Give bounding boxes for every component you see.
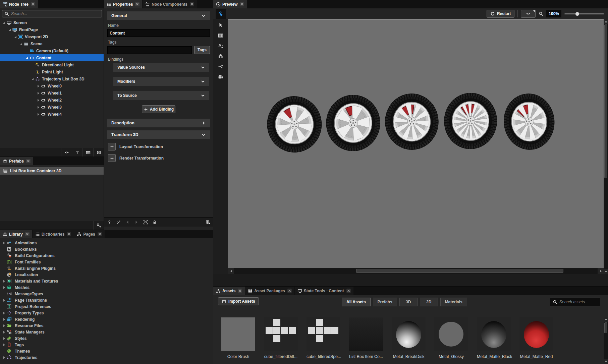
section-description[interactable]: Description	[107, 119, 210, 127]
add-layout-transformation-button[interactable]	[108, 143, 116, 150]
library-item-localization[interactable]: Localization	[0, 271, 213, 278]
library-item-property-types[interactable]: Property Types	[0, 310, 213, 316]
visibility-button[interactable]	[521, 10, 536, 18]
camera-rec-icon[interactable]	[218, 74, 223, 80]
library-item-meshes[interactable]: Meshes	[0, 284, 213, 291]
library-item-project-references[interactable]: Project References	[0, 303, 213, 310]
expander-icon[interactable]	[2, 298, 6, 302]
tree-item-point-light[interactable]: Point Light	[0, 68, 104, 75]
tree-item-wheel4[interactable]: Wheel4	[0, 111, 104, 118]
tree-item-rootpage[interactable]: RootPage	[0, 26, 104, 33]
grid-button[interactable]	[82, 148, 93, 157]
tab-preview[interactable]: Preview	[213, 0, 247, 8]
asset-metal-matte-black[interactable]: Metal_Matte_Black	[477, 317, 511, 359]
expander-icon[interactable]	[2, 343, 6, 347]
close-icon[interactable]	[240, 2, 244, 6]
expander-icon[interactable]	[2, 317, 6, 321]
scroll-down-button[interactable]	[604, 269, 608, 274]
library-item-styles[interactable]: Styles	[0, 335, 213, 342]
library-item-state-managers[interactable]: State Managers	[0, 329, 213, 335]
lock-icon[interactable]	[152, 220, 157, 225]
scroll-left-button[interactable]	[228, 268, 234, 274]
asset-cube-filteredspe[interactable]: cube_filteredSpe...	[307, 317, 340, 359]
filter-all-assets[interactable]: All Assets	[342, 298, 371, 306]
filter-prefabs[interactable]: Prefabs	[373, 298, 397, 306]
hscroll-thumb[interactable]	[356, 269, 563, 273]
library-item-rendering[interactable]: Rendering	[0, 316, 213, 322]
tree-item-wheel2[interactable]: Wheel2	[0, 97, 104, 104]
close-icon[interactable]	[25, 232, 30, 236]
tab-node-components[interactable]: Node Components	[143, 0, 197, 8]
close-icon[interactable]	[190, 2, 194, 6]
add-render-transformation-button[interactable]	[108, 154, 116, 162]
tree-item-camera-default[interactable]: Camera (Default)	[0, 47, 104, 54]
tab-pages[interactable]: Pages	[74, 230, 104, 238]
asset-metal-glossy[interactable]: Metal_Glossy	[434, 317, 468, 359]
filter-button[interactable]	[72, 148, 82, 157]
library-item-kanzi-engine-plugins[interactable]: Kanzi Engine Plugins	[0, 265, 213, 271]
close-icon[interactable]	[346, 289, 351, 293]
pointer-icon[interactable]	[218, 22, 223, 28]
asset-metal-matte-red[interactable]: Metal_Matte_Red	[519, 317, 553, 359]
tree-item-content[interactable]: Content	[0, 54, 104, 61]
zoom-slider-knob[interactable]	[575, 12, 579, 16]
checkerboard-button[interactable]	[93, 148, 104, 157]
back-icon[interactable]	[125, 220, 130, 225]
close-icon[interactable]	[135, 2, 140, 6]
expander-icon[interactable]	[2, 337, 6, 341]
tab-prefabs[interactable]: Prefabs	[0, 157, 33, 165]
assets-search[interactable]	[550, 298, 600, 306]
forward-icon[interactable]	[134, 220, 139, 225]
zoom-slider[interactable]	[564, 13, 604, 14]
tab-assets[interactable]: Assets	[213, 287, 245, 295]
layers-icon[interactable]	[218, 54, 223, 59]
interact-tool-button[interactable]	[216, 9, 226, 19]
tree-item-wheel3[interactable]: Wheel3	[0, 104, 104, 111]
binding-group-modifiers[interactable]: Modifiers	[113, 77, 209, 86]
tree-item-screen[interactable]: Screen	[0, 19, 104, 26]
filter-materials[interactable]: Materials	[440, 298, 467, 306]
preview-vscrollbar[interactable]	[604, 19, 608, 274]
import-assets-button[interactable]: Import Assets	[218, 297, 259, 305]
library-item-page-transitions[interactable]: Page Transitions	[0, 297, 213, 303]
tab-dictionaries[interactable]: Dictionaries	[33, 230, 74, 238]
expander-icon[interactable]	[2, 21, 6, 25]
library-item-tags[interactable]: Tags	[0, 342, 213, 348]
eye-button[interactable]	[61, 148, 72, 157]
expander-icon[interactable]	[2, 279, 6, 283]
tree-item-viewport-2d[interactable]: Viewport 2D	[0, 33, 104, 40]
preview-hscrollbar[interactable]	[228, 268, 604, 274]
expander-icon[interactable]	[36, 98, 40, 102]
tree-item-wheel1[interactable]: Wheel1	[0, 89, 104, 97]
section-transform3d[interactable]: Transform 3D	[107, 130, 210, 139]
section-general[interactable]: General	[107, 11, 210, 20]
expander-icon[interactable]	[31, 77, 35, 81]
asset-cube-filtereddiff[interactable]: cube_filteredDiff...	[264, 317, 298, 359]
assets-scroll-down-button[interactable]	[604, 359, 608, 364]
tab-state-tools-content[interactable]: State Tools - Content	[295, 287, 353, 295]
restart-button[interactable]: Restart	[487, 10, 514, 18]
tags-field[interactable]	[107, 46, 192, 54]
expander-icon[interactable]	[8, 28, 12, 32]
library-item-trajectories[interactable]: Trajectories	[0, 354, 213, 361]
add-property-icon[interactable]	[206, 220, 210, 225]
text-tool-icon[interactable]	[218, 43, 223, 49]
library-item-themes[interactable]: Themes	[0, 348, 213, 354]
expander-icon[interactable]	[2, 241, 6, 245]
library-item-build-configurations[interactable]: Build Configurations	[0, 252, 213, 259]
close-icon[interactable]	[98, 232, 102, 236]
expander-icon[interactable]	[2, 311, 6, 315]
vscroll-thumb[interactable]	[604, 24, 607, 178]
scroll-right-button[interactable]	[598, 268, 604, 274]
assets-scroll-up-button[interactable]	[604, 317, 608, 322]
tree-item-trajectory-list-box-3d[interactable]: Trajectory List Box 3D	[0, 75, 104, 82]
focus-frame-icon[interactable]	[143, 220, 148, 225]
tree-item-wheel0[interactable]: Wheel0	[0, 82, 104, 89]
close-icon[interactable]	[67, 232, 71, 236]
tab-library[interactable]: Library	[0, 230, 32, 238]
library-item-resource-files[interactable]: Resource Files	[0, 322, 213, 329]
help-icon[interactable]	[107, 220, 112, 225]
assets-search-input[interactable]	[559, 300, 598, 304]
tags-button[interactable]: Tags	[194, 46, 210, 54]
add-binding-button[interactable]: Add Binding	[142, 105, 175, 113]
